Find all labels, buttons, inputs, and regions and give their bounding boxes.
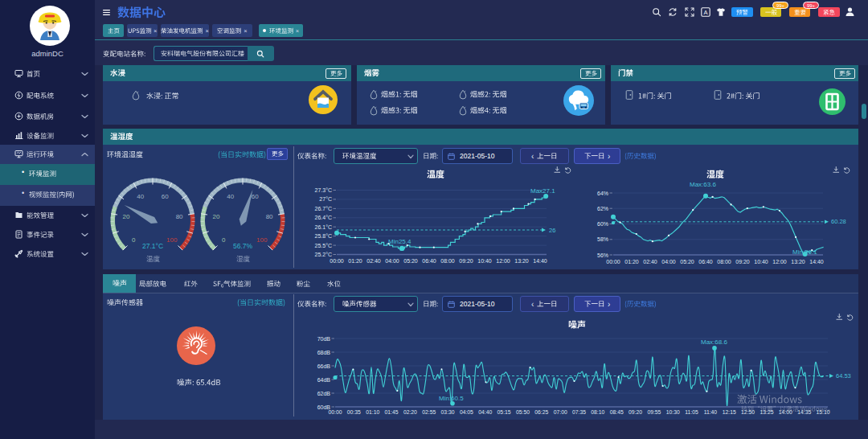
svg-text:20: 20 xyxy=(122,213,129,220)
svg-text:60.28: 60.28 xyxy=(831,218,846,225)
svg-text:Min:60.5: Min:60.5 xyxy=(439,395,464,402)
svg-text:05:50: 05:50 xyxy=(516,409,530,415)
svg-text:13:20: 13:20 xyxy=(791,259,805,265)
svg-text:12:00: 12:00 xyxy=(772,259,787,265)
svg-text:Max:63.6: Max:63.6 xyxy=(690,181,716,188)
svg-text:02:20: 02:20 xyxy=(403,409,417,415)
svg-text:11:05: 11:05 xyxy=(685,409,698,415)
svg-text:04:00: 04:00 xyxy=(385,258,399,264)
svg-text:12:15: 12:15 xyxy=(723,409,736,415)
svg-text:08:45: 08:45 xyxy=(610,409,624,415)
svg-text:06:25: 06:25 xyxy=(534,409,548,415)
svg-text:Min:56.1: Min:56.1 xyxy=(792,248,817,256)
svg-text:08:10: 08:10 xyxy=(591,409,604,415)
svg-text:25.2°C: 25.2°C xyxy=(315,252,332,257)
svg-text:62%: 62% xyxy=(597,206,608,211)
svg-text:00:00: 00:00 xyxy=(606,259,620,265)
svg-text:06:40: 06:40 xyxy=(422,258,436,264)
svg-text:Min25.4: Min25.4 xyxy=(388,238,411,245)
svg-text:00:00: 00:00 xyxy=(328,409,342,415)
svg-text:60: 60 xyxy=(252,193,259,200)
svg-text:09:55: 09:55 xyxy=(647,409,661,415)
svg-text:02:40: 02:40 xyxy=(366,258,381,264)
svg-text:Max:68.6: Max:68.6 xyxy=(701,338,727,346)
svg-text:A: A xyxy=(703,9,707,16)
svg-text:14:40: 14:40 xyxy=(533,258,547,264)
svg-text:00:00: 00:00 xyxy=(330,258,344,264)
svg-text:02:40: 02:40 xyxy=(643,259,657,265)
svg-text:40: 40 xyxy=(137,193,144,200)
svg-text:08:00: 08:00 xyxy=(717,259,731,265)
svg-text:56%: 56% xyxy=(597,252,608,258)
svg-text:Max27.1: Max27.1 xyxy=(530,187,555,195)
svg-text:01:45: 01:45 xyxy=(384,409,398,415)
svg-text:01:10: 01:10 xyxy=(366,409,379,415)
svg-text:60%: 60% xyxy=(597,221,608,227)
svg-text:13:20: 13:20 xyxy=(514,258,529,264)
svg-text:05:20: 05:20 xyxy=(680,259,694,265)
svg-text:04:05: 04:05 xyxy=(460,409,473,415)
svg-text:27.3°C: 27.3°C xyxy=(315,187,332,193)
svg-text:66dB: 66dB xyxy=(317,363,331,369)
svg-text:26.7°C: 26.7°C xyxy=(315,206,332,211)
svg-text:27°C: 27°C xyxy=(319,196,332,202)
svg-text:07:35: 07:35 xyxy=(572,409,586,415)
svg-text:05:15: 05:15 xyxy=(497,409,511,415)
svg-text:08:00: 08:00 xyxy=(440,258,455,264)
svg-text:25.5°C: 25.5°C xyxy=(315,243,332,248)
svg-text:70dB: 70dB xyxy=(317,336,331,342)
svg-text:09:20: 09:20 xyxy=(628,409,642,415)
svg-text:10:40: 10:40 xyxy=(754,259,768,265)
svg-text:09:20: 09:20 xyxy=(459,258,473,264)
svg-text:05:20: 05:20 xyxy=(403,258,418,264)
svg-text:06:40: 06:40 xyxy=(698,259,713,265)
svg-text:80: 80 xyxy=(266,213,273,220)
svg-text:25.8°C: 25.8°C xyxy=(315,233,332,239)
svg-text:14:40: 14:40 xyxy=(809,259,824,265)
svg-text:26.4°C: 26.4°C xyxy=(315,215,332,220)
svg-text:10:30: 10:30 xyxy=(666,409,680,415)
svg-text:11:40: 11:40 xyxy=(704,409,718,415)
svg-text:04:00: 04:00 xyxy=(661,259,676,265)
svg-text:64%: 64% xyxy=(597,191,608,196)
svg-text:07:00: 07:00 xyxy=(554,409,567,415)
svg-text:01:20: 01:20 xyxy=(624,259,639,265)
svg-text:64.53: 64.53 xyxy=(836,372,851,380)
svg-text:20: 20 xyxy=(212,213,219,220)
svg-text:04:40: 04:40 xyxy=(478,409,492,415)
svg-text:80: 80 xyxy=(176,213,183,220)
svg-text:62dB: 62dB xyxy=(317,391,331,396)
svg-text:26.1°C: 26.1°C xyxy=(315,224,332,230)
svg-text:10:40: 10:40 xyxy=(477,258,492,264)
svg-text:26: 26 xyxy=(549,227,555,234)
svg-text:00:35: 00:35 xyxy=(347,409,361,415)
svg-text:40: 40 xyxy=(227,193,234,200)
svg-text:64dB: 64dB xyxy=(317,377,331,383)
svg-text:09:20: 09:20 xyxy=(735,259,750,265)
svg-text:12:00: 12:00 xyxy=(496,258,510,264)
svg-text:60: 60 xyxy=(162,193,169,200)
svg-text:58%: 58% xyxy=(597,236,608,242)
svg-text:01:20: 01:20 xyxy=(348,258,362,264)
svg-text:68dB: 68dB xyxy=(317,350,331,355)
svg-text:03:30: 03:30 xyxy=(441,409,455,415)
svg-text:02:55: 02:55 xyxy=(422,409,436,415)
